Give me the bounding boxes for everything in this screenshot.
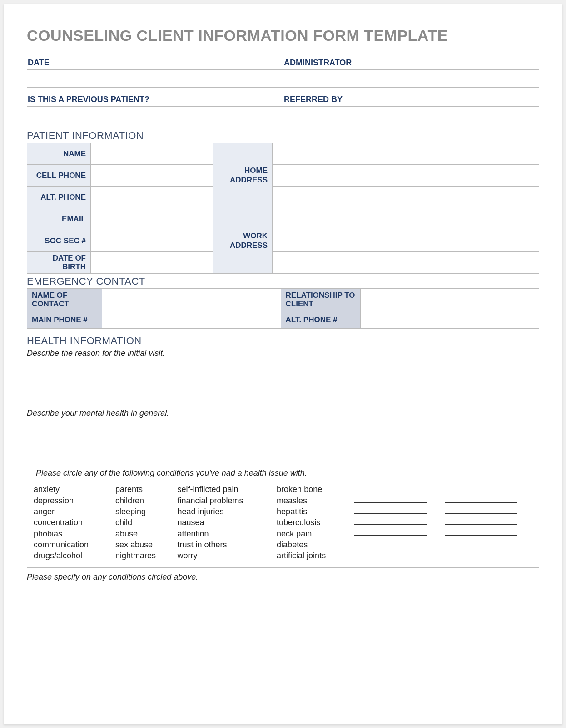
condition-item: anxiety <box>34 484 113 495</box>
condition-item: hepatitis <box>277 506 351 517</box>
date-label: DATE <box>27 56 283 69</box>
blank-line[interactable] <box>445 527 517 536</box>
instr-initial-visit: Describe the reason for the initial visi… <box>27 349 539 358</box>
name-input[interactable] <box>95 143 209 164</box>
referred-label: REFERRED BY <box>283 93 539 106</box>
condition-item: sex abuse <box>115 539 174 550</box>
blank-line[interactable] <box>354 506 427 514</box>
condition-item: concentration <box>34 517 113 528</box>
condition-item: broken bone <box>277 484 351 495</box>
condition-item: children <box>115 495 174 506</box>
top-row-2: IS THIS A PREVIOUS PATIENT? REFERRED BY <box>27 93 539 124</box>
conditions-col-3: self-inflicted painfinancial problemshea… <box>177 484 274 561</box>
ssn-input[interactable] <box>95 230 209 251</box>
condition-item: artificial joints <box>277 550 351 561</box>
condition-item: head injuries <box>177 506 274 517</box>
home-address-2[interactable] <box>277 165 534 186</box>
specify-input[interactable] <box>27 583 539 655</box>
patient-section-title: PATIENT INFORMATION <box>27 130 539 142</box>
condition-item: self-inflicted pain <box>177 484 274 495</box>
condition-item: trust in others <box>177 539 274 550</box>
blank-line[interactable] <box>354 484 427 492</box>
blank-line[interactable] <box>445 506 517 514</box>
dob-input[interactable] <box>95 252 209 273</box>
cell-input[interactable] <box>95 165 209 186</box>
conditions-col-4: broken bonemeasleshepatitistuberculosisn… <box>277 484 351 561</box>
instr-mental-health: Describe your mental health in general. <box>27 408 539 418</box>
alt-label: ALT. PHONE <box>27 187 91 208</box>
blank-line[interactable] <box>445 495 517 503</box>
instr-specify: Please specify on any conditions circled… <box>27 572 539 582</box>
dob-label: DATE OF BIRTH <box>27 252 91 274</box>
home-address-1[interactable] <box>277 143 534 164</box>
alt-input[interactable] <box>95 187 209 208</box>
conditions-col-1: anxietydepressionangerconcentrationphobi… <box>34 484 113 561</box>
condition-item: communication <box>34 539 113 550</box>
page-title: COUNSELING CLIENT INFORMATION FORM TEMPL… <box>27 27 539 44</box>
conditions-box: anxietydepressionangerconcentrationphobi… <box>27 479 539 568</box>
condition-item: attention <box>177 528 274 539</box>
instr-conditions: Please circle any of the following condi… <box>27 468 539 478</box>
condition-item: parents <box>115 484 174 495</box>
condition-item: child <box>115 517 174 528</box>
condition-item: depression <box>34 495 113 506</box>
condition-item: nausea <box>177 517 274 528</box>
blank-line[interactable] <box>445 549 517 557</box>
blank-col-1 <box>354 484 442 561</box>
email-input[interactable] <box>95 208 209 230</box>
home-address-3[interactable] <box>277 187 534 208</box>
blank-line[interactable] <box>445 538 517 546</box>
emergency-table: NAME OF CONTACT RELATIONSHIP TO CLIENT M… <box>27 288 539 329</box>
condition-item: abuse <box>115 528 174 539</box>
condition-item: financial problems <box>177 495 274 506</box>
email-label: EMAIL <box>27 208 91 230</box>
condition-item: worry <box>177 550 274 561</box>
work-address-label: WORK ADDRESS <box>213 208 273 274</box>
blank-col-2 <box>445 484 532 561</box>
cell-label: CELL PHONE <box>27 165 91 187</box>
condition-item: sleeping <box>115 506 174 517</box>
condition-item: measles <box>277 495 351 506</box>
work-address-3[interactable] <box>277 252 534 273</box>
blank-line[interactable] <box>354 549 427 557</box>
blank-line[interactable] <box>354 516 427 525</box>
top-row-1: DATE ADMINISTRATOR <box>27 56 539 88</box>
blank-line[interactable] <box>354 495 427 503</box>
ec-alt-input[interactable] <box>365 314 535 325</box>
health-section-title: HEALTH INFORMATION <box>27 335 539 347</box>
admin-label: ADMINISTRATOR <box>283 56 539 69</box>
condition-item: tuberculosis <box>277 517 351 528</box>
work-address-2[interactable] <box>277 230 534 251</box>
admin-input[interactable] <box>283 69 539 88</box>
prev-patient-label: IS THIS A PREVIOUS PATIENT? <box>27 93 283 106</box>
ssn-label: SOC SEC # <box>27 230 91 252</box>
form-page: COUNSELING CLIENT INFORMATION FORM TEMPL… <box>4 4 562 724</box>
ec-name-label: NAME OF CONTACT <box>27 289 102 311</box>
ec-rel-label: RELATIONSHIP TO CLIENT <box>281 289 360 311</box>
blank-line[interactable] <box>354 538 427 546</box>
blank-line[interactable] <box>445 484 517 492</box>
condition-item: diabetes <box>277 539 351 550</box>
condition-item: anger <box>34 506 113 517</box>
referred-input[interactable] <box>283 106 539 124</box>
initial-visit-input[interactable] <box>27 359 539 402</box>
emergency-section-title: EMERGENCY CONTACT <box>27 275 539 287</box>
condition-item: nightmares <box>115 550 174 561</box>
prev-patient-input[interactable] <box>27 106 283 124</box>
ec-main-input[interactable] <box>107 314 276 325</box>
conditions-col-2: parentschildrensleepingchildabusesex abu… <box>115 484 174 561</box>
ec-name-input[interactable] <box>107 291 276 308</box>
ec-alt-label: ALT. PHONE # <box>281 311 360 329</box>
work-address-1[interactable] <box>277 208 534 230</box>
ec-rel-input[interactable] <box>365 291 535 308</box>
mental-health-input[interactable] <box>27 419 539 462</box>
date-input[interactable] <box>27 69 283 88</box>
name-label: NAME <box>27 143 91 165</box>
blank-line[interactable] <box>354 527 427 536</box>
home-address-label: HOME ADDRESS <box>213 143 273 208</box>
condition-item: phobias <box>34 528 113 539</box>
ec-main-label: MAIN PHONE # <box>27 311 102 329</box>
condition-item: drugs/alcohol <box>34 550 113 561</box>
patient-info-table: NAME HOME ADDRESS CELL PHONE ALT. PHONE … <box>27 143 539 274</box>
blank-line[interactable] <box>445 516 517 525</box>
